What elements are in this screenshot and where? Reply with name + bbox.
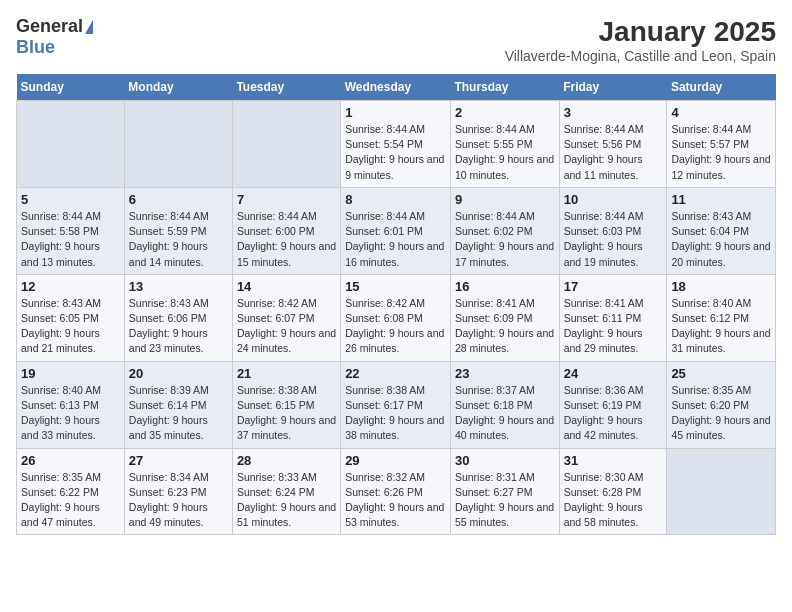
day-info: Sunrise: 8:43 AMSunset: 6:05 PMDaylight:… bbox=[21, 296, 120, 357]
day-number: 30 bbox=[455, 453, 555, 468]
day-cell: 5Sunrise: 8:44 AMSunset: 5:58 PMDaylight… bbox=[17, 187, 125, 274]
week-row-1: 1Sunrise: 8:44 AMSunset: 5:54 PMDaylight… bbox=[17, 101, 776, 188]
day-number: 8 bbox=[345, 192, 446, 207]
header-cell-sunday: Sunday bbox=[17, 74, 125, 101]
page-title: January 2025 bbox=[505, 16, 776, 48]
day-number: 26 bbox=[21, 453, 120, 468]
day-cell: 4Sunrise: 8:44 AMSunset: 5:57 PMDaylight… bbox=[667, 101, 776, 188]
day-cell: 31Sunrise: 8:30 AMSunset: 6:28 PMDayligh… bbox=[559, 448, 667, 535]
day-number: 6 bbox=[129, 192, 228, 207]
day-cell: 3Sunrise: 8:44 AMSunset: 5:56 PMDaylight… bbox=[559, 101, 667, 188]
day-info: Sunrise: 8:41 AMSunset: 6:11 PMDaylight:… bbox=[564, 296, 663, 357]
calendar-table: SundayMondayTuesdayWednesdayThursdayFrid… bbox=[16, 74, 776, 535]
day-cell: 15Sunrise: 8:42 AMSunset: 6:08 PMDayligh… bbox=[341, 274, 451, 361]
day-cell bbox=[232, 101, 340, 188]
day-number: 29 bbox=[345, 453, 446, 468]
day-info: Sunrise: 8:44 AMSunset: 5:57 PMDaylight:… bbox=[671, 122, 771, 183]
day-number: 21 bbox=[237, 366, 336, 381]
day-number: 22 bbox=[345, 366, 446, 381]
day-info: Sunrise: 8:40 AMSunset: 6:12 PMDaylight:… bbox=[671, 296, 771, 357]
day-cell: 19Sunrise: 8:40 AMSunset: 6:13 PMDayligh… bbox=[17, 361, 125, 448]
day-number: 24 bbox=[564, 366, 663, 381]
day-cell bbox=[124, 101, 232, 188]
day-cell: 20Sunrise: 8:39 AMSunset: 6:14 PMDayligh… bbox=[124, 361, 232, 448]
day-cell: 29Sunrise: 8:32 AMSunset: 6:26 PMDayligh… bbox=[341, 448, 451, 535]
day-cell: 18Sunrise: 8:40 AMSunset: 6:12 PMDayligh… bbox=[667, 274, 776, 361]
day-number: 11 bbox=[671, 192, 771, 207]
day-info: Sunrise: 8:37 AMSunset: 6:18 PMDaylight:… bbox=[455, 383, 555, 444]
day-info: Sunrise: 8:44 AMSunset: 5:59 PMDaylight:… bbox=[129, 209, 228, 270]
day-info: Sunrise: 8:31 AMSunset: 6:27 PMDaylight:… bbox=[455, 470, 555, 531]
day-number: 27 bbox=[129, 453, 228, 468]
day-cell: 10Sunrise: 8:44 AMSunset: 6:03 PMDayligh… bbox=[559, 187, 667, 274]
day-cell: 16Sunrise: 8:41 AMSunset: 6:09 PMDayligh… bbox=[450, 274, 559, 361]
day-number: 28 bbox=[237, 453, 336, 468]
day-info: Sunrise: 8:36 AMSunset: 6:19 PMDaylight:… bbox=[564, 383, 663, 444]
day-number: 14 bbox=[237, 279, 336, 294]
day-number: 20 bbox=[129, 366, 228, 381]
day-info: Sunrise: 8:42 AMSunset: 6:08 PMDaylight:… bbox=[345, 296, 446, 357]
day-cell: 30Sunrise: 8:31 AMSunset: 6:27 PMDayligh… bbox=[450, 448, 559, 535]
day-cell: 9Sunrise: 8:44 AMSunset: 6:02 PMDaylight… bbox=[450, 187, 559, 274]
logo-blue: Blue bbox=[16, 37, 55, 58]
day-info: Sunrise: 8:35 AMSunset: 6:20 PMDaylight:… bbox=[671, 383, 771, 444]
logo: General Blue bbox=[16, 16, 93, 58]
header-cell-monday: Monday bbox=[124, 74, 232, 101]
day-number: 12 bbox=[21, 279, 120, 294]
week-row-2: 5Sunrise: 8:44 AMSunset: 5:58 PMDaylight… bbox=[17, 187, 776, 274]
day-info: Sunrise: 8:44 AMSunset: 6:00 PMDaylight:… bbox=[237, 209, 336, 270]
day-info: Sunrise: 8:35 AMSunset: 6:22 PMDaylight:… bbox=[21, 470, 120, 531]
day-info: Sunrise: 8:38 AMSunset: 6:17 PMDaylight:… bbox=[345, 383, 446, 444]
day-cell: 13Sunrise: 8:43 AMSunset: 6:06 PMDayligh… bbox=[124, 274, 232, 361]
day-info: Sunrise: 8:39 AMSunset: 6:14 PMDaylight:… bbox=[129, 383, 228, 444]
day-cell: 25Sunrise: 8:35 AMSunset: 6:20 PMDayligh… bbox=[667, 361, 776, 448]
day-cell: 27Sunrise: 8:34 AMSunset: 6:23 PMDayligh… bbox=[124, 448, 232, 535]
day-info: Sunrise: 8:44 AMSunset: 5:56 PMDaylight:… bbox=[564, 122, 663, 183]
day-cell: 11Sunrise: 8:43 AMSunset: 6:04 PMDayligh… bbox=[667, 187, 776, 274]
day-info: Sunrise: 8:44 AMSunset: 5:54 PMDaylight:… bbox=[345, 122, 446, 183]
day-number: 18 bbox=[671, 279, 771, 294]
day-info: Sunrise: 8:44 AMSunset: 5:55 PMDaylight:… bbox=[455, 122, 555, 183]
day-info: Sunrise: 8:44 AMSunset: 6:01 PMDaylight:… bbox=[345, 209, 446, 270]
header: General Blue January 2025 Villaverde-Mog… bbox=[16, 16, 776, 64]
day-number: 5 bbox=[21, 192, 120, 207]
day-cell bbox=[667, 448, 776, 535]
day-cell: 26Sunrise: 8:35 AMSunset: 6:22 PMDayligh… bbox=[17, 448, 125, 535]
logo-icon bbox=[85, 20, 93, 34]
day-cell: 12Sunrise: 8:43 AMSunset: 6:05 PMDayligh… bbox=[17, 274, 125, 361]
day-cell: 17Sunrise: 8:41 AMSunset: 6:11 PMDayligh… bbox=[559, 274, 667, 361]
day-cell: 28Sunrise: 8:33 AMSunset: 6:24 PMDayligh… bbox=[232, 448, 340, 535]
day-info: Sunrise: 8:44 AMSunset: 5:58 PMDaylight:… bbox=[21, 209, 120, 270]
day-cell bbox=[17, 101, 125, 188]
page-subtitle: Villaverde-Mogina, Castille and Leon, Sp… bbox=[505, 48, 776, 64]
logo-general: General bbox=[16, 16, 83, 37]
day-number: 19 bbox=[21, 366, 120, 381]
day-number: 31 bbox=[564, 453, 663, 468]
header-cell-friday: Friday bbox=[559, 74, 667, 101]
day-number: 2 bbox=[455, 105, 555, 120]
day-number: 7 bbox=[237, 192, 336, 207]
day-info: Sunrise: 8:32 AMSunset: 6:26 PMDaylight:… bbox=[345, 470, 446, 531]
week-row-4: 19Sunrise: 8:40 AMSunset: 6:13 PMDayligh… bbox=[17, 361, 776, 448]
day-number: 4 bbox=[671, 105, 771, 120]
day-cell: 6Sunrise: 8:44 AMSunset: 5:59 PMDaylight… bbox=[124, 187, 232, 274]
day-number: 16 bbox=[455, 279, 555, 294]
day-info: Sunrise: 8:40 AMSunset: 6:13 PMDaylight:… bbox=[21, 383, 120, 444]
day-cell: 8Sunrise: 8:44 AMSunset: 6:01 PMDaylight… bbox=[341, 187, 451, 274]
day-cell: 21Sunrise: 8:38 AMSunset: 6:15 PMDayligh… bbox=[232, 361, 340, 448]
day-number: 13 bbox=[129, 279, 228, 294]
day-number: 3 bbox=[564, 105, 663, 120]
day-number: 15 bbox=[345, 279, 446, 294]
day-info: Sunrise: 8:42 AMSunset: 6:07 PMDaylight:… bbox=[237, 296, 336, 357]
day-info: Sunrise: 8:44 AMSunset: 6:03 PMDaylight:… bbox=[564, 209, 663, 270]
day-info: Sunrise: 8:34 AMSunset: 6:23 PMDaylight:… bbox=[129, 470, 228, 531]
week-row-3: 12Sunrise: 8:43 AMSunset: 6:05 PMDayligh… bbox=[17, 274, 776, 361]
day-info: Sunrise: 8:33 AMSunset: 6:24 PMDaylight:… bbox=[237, 470, 336, 531]
day-cell: 23Sunrise: 8:37 AMSunset: 6:18 PMDayligh… bbox=[450, 361, 559, 448]
day-number: 1 bbox=[345, 105, 446, 120]
header-cell-thursday: Thursday bbox=[450, 74, 559, 101]
day-cell: 1Sunrise: 8:44 AMSunset: 5:54 PMDaylight… bbox=[341, 101, 451, 188]
day-cell: 2Sunrise: 8:44 AMSunset: 5:55 PMDaylight… bbox=[450, 101, 559, 188]
day-number: 17 bbox=[564, 279, 663, 294]
day-info: Sunrise: 8:30 AMSunset: 6:28 PMDaylight:… bbox=[564, 470, 663, 531]
